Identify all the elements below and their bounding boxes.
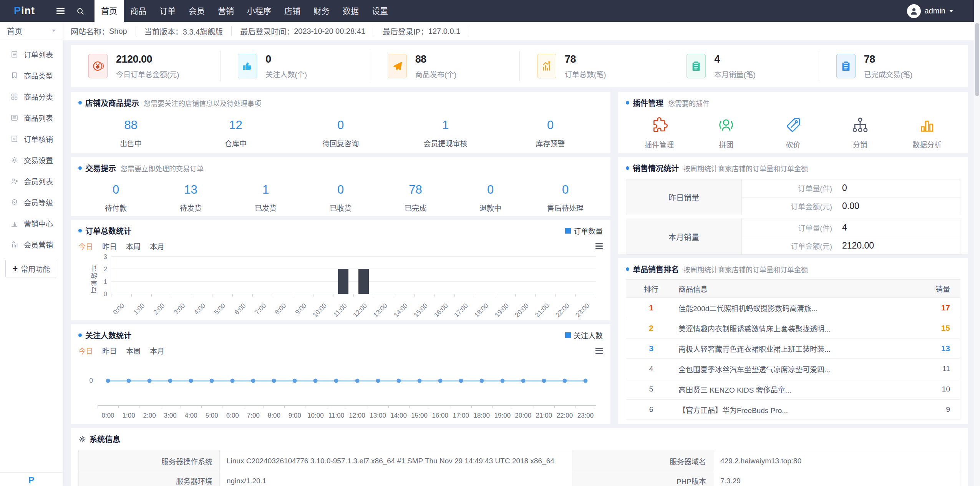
section-dot [78, 333, 82, 337]
sidebar-item-product-type[interactable]: 商品类型 [0, 65, 63, 86]
tab-today[interactable]: 今日 [78, 345, 93, 356]
table-row: 5 高田贤三 KENZO KIDS 奢侈品童... 10 [626, 379, 960, 399]
plugin-analytics[interactable]: 数据分析 [894, 116, 960, 149]
nav-tab-settings[interactable]: 设置 [365, 0, 395, 22]
tip-pending-inquiry[interactable]: 0待回复咨询 [288, 118, 393, 148]
data-point-13:00 [376, 378, 380, 383]
sidebar-item-trade-settings[interactable]: 交易设置 [0, 149, 63, 171]
ranking-table: 排行 商品信息 销量 1 佳能200d二代照相机蚂蚁摄影数码高清旅... 17 … [626, 279, 960, 420]
scrollbar-thumb[interactable] [975, 23, 979, 96]
sysinfo-label: 服务器操作系统 [79, 450, 220, 472]
nav-tab-miniprogram[interactable]: 小程序 [240, 0, 278, 22]
tab-yesterday[interactable]: 昨日 [102, 241, 117, 251]
user-menu[interactable]: admin [907, 4, 953, 18]
tip-on-sale[interactable]: 88出售中 [78, 118, 183, 148]
section-subtitle: 您需要的插件 [668, 98, 710, 108]
sidebar-item-product-list[interactable]: 商品列表 [0, 107, 63, 128]
nav-tab-finance[interactable]: 财务 [307, 0, 336, 22]
sidebar-item-member-list[interactable]: 会员列表 [0, 171, 63, 192]
tip-in-warehouse[interactable]: 12仓库中 [183, 118, 288, 148]
sidebar-item-member-level[interactable]: 会员等级 [0, 192, 63, 213]
analytics-icon [918, 116, 936, 134]
tip-shipped[interactable]: 1已发货 [228, 183, 303, 213]
plugin-manage[interactable]: 插件管理 [626, 116, 693, 149]
product-name-link[interactable]: 南极人轻奢藏青色连衣裙职业裙上班工装时装... [676, 343, 896, 354]
sidebar-item-member-marketing[interactable]: 会员营销 [0, 234, 63, 255]
nav-tab-orders[interactable]: 订单 [153, 0, 182, 22]
admin-dashboard: Pint 首页 商品 订单 会员 营销 小程序 店铺 财务 数据 设置 admi… [0, 0, 980, 486]
nav-tab-products[interactable]: 商品 [124, 0, 153, 22]
sysinfo-value: Linux C20240326104776 3.10.0-957.1.3.el7… [220, 450, 572, 472]
chart-menu-icon[interactable] [595, 348, 603, 354]
tab-this-month[interactable]: 本月 [150, 345, 164, 356]
nav-tab-data[interactable]: 数据 [336, 0, 365, 22]
tip-aftersale[interactable]: 0售后待处理 [528, 183, 603, 213]
sidebar-section-select[interactable]: 首页 [0, 22, 63, 40]
follow-chart-legend[interactable]: 关注人数 [565, 330, 603, 340]
tip-refunding[interactable]: 0退款中 [453, 183, 528, 213]
tab-this-week[interactable]: 本周 [126, 241, 141, 251]
product-name-link[interactable]: 【官方正品】华为FreeBuds Pro... [676, 405, 896, 415]
product-name-link[interactable]: 全包围夏季冰丝汽车坐垫透气凉席凉垫可爱四... [676, 364, 896, 374]
tab-this-week[interactable]: 本周 [126, 345, 141, 356]
order-chart-title: 订单总数统计 [85, 225, 131, 236]
last-login-time: 最后登录时间：2023-10-20 00:28:41 [232, 26, 374, 36]
avatar [907, 4, 921, 18]
plugin-bargain[interactable]: 砍价 [759, 116, 826, 149]
stat-value: 2120.00 [116, 53, 179, 65]
data-point-11:00 [334, 378, 338, 383]
section-title: 销售情况统计 [633, 163, 679, 174]
data-point-19:00 [500, 378, 504, 383]
tab-yesterday[interactable]: 昨日 [102, 345, 117, 356]
data-point-10:00 [313, 378, 318, 383]
sidebar-item-marketing-center[interactable]: 营销中心 [0, 213, 63, 234]
data-point-1:00 [127, 378, 131, 383]
yen-circle-icon [92, 60, 104, 72]
data-point-18:00 [479, 378, 484, 383]
sysinfo-label: PHP版本 [572, 472, 713, 486]
sidebar-item-order-verify[interactable]: 订单核销 [0, 128, 63, 149]
data-point-8:00 [272, 378, 276, 383]
tip-unpaid[interactable]: 0待付款 [78, 183, 153, 213]
product-name-link[interactable]: 佳能200d二代照相机蚂蚁摄影数码高清旅... [676, 303, 896, 313]
data-point-20:00 [521, 378, 525, 383]
tip-completed[interactable]: 78已完成 [378, 183, 453, 213]
tip-to-ship[interactable]: 13待发货 [153, 183, 228, 213]
table-row: 6 【官方正品】华为FreeBuds Pro... 9 [626, 399, 960, 420]
nav-tab-marketing[interactable]: 营销 [211, 0, 240, 22]
list-icon [10, 114, 18, 122]
product-name-link[interactable]: 美涩情趣内衣制服诱惑激情床上套装聚拢透明... [676, 323, 896, 333]
tip-stock-warning[interactable]: 0库存预警 [498, 118, 603, 148]
chevron-down-icon [52, 30, 56, 32]
nav-tab-shop[interactable]: 店铺 [278, 0, 307, 22]
sidebar-item-order-list[interactable]: 订单列表 [0, 44, 63, 65]
data-point-7:00 [251, 378, 255, 383]
search-icon[interactable] [76, 7, 85, 15]
quick-functions-button[interactable]: + 常用功能 [5, 260, 57, 277]
sysinfo-label: 服务器环境 [79, 472, 220, 486]
stat-card-month-sales: 4 本月销量(笔) [669, 45, 818, 87]
section-subtitle: 按周期统计商家店铺的订单量和订单金额 [683, 264, 808, 274]
sidebar-footer: P [0, 472, 63, 486]
tab-today[interactable]: 今日 [78, 241, 93, 251]
sales-stats-card: 销售情况统计 按周期统计商家店铺的订单量和订单金额 昨日销量 订单量(件)0 订… [618, 157, 968, 254]
paper-plane-icon [391, 60, 403, 72]
stat-value: 0 [265, 53, 307, 65]
nav-tab-home[interactable]: 首页 [95, 0, 124, 22]
legend-swatch [565, 332, 571, 338]
tip-withdraw-review[interactable]: 1会员提现审核 [393, 118, 498, 148]
section-subtitle: 您需要关注的店铺信息以及待处理事项 [144, 98, 261, 108]
chart-menu-icon[interactable] [595, 243, 603, 249]
plugin-distribution[interactable]: 分销 [827, 116, 894, 149]
nav-tab-members[interactable]: 会员 [182, 0, 211, 22]
product-name-link[interactable]: 高田贤三 KENZO KIDS 奢侈品童... [676, 384, 896, 395]
data-point-6:00 [230, 378, 235, 383]
menu-toggle-icon[interactable] [56, 8, 65, 14]
tip-received[interactable]: 0已收货 [303, 183, 378, 213]
sysinfo-value: 429.2.haiwaiym13.top:80 [713, 450, 960, 472]
order-chart-legend[interactable]: 订单数量 [565, 226, 603, 236]
tab-this-month[interactable]: 本月 [150, 241, 164, 251]
plugin-group-buy[interactable]: 拼团 [693, 116, 759, 149]
sidebar-item-product-category[interactable]: 商品分类 [0, 86, 63, 107]
follow-chart-card: 关注人数统计 关注人数 今日 昨日 本周 本月 0 [71, 324, 610, 424]
